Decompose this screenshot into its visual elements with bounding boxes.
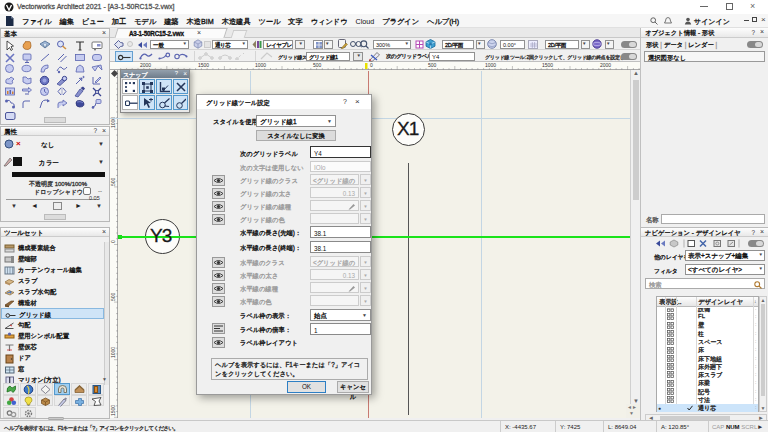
svg-text:2000: 2000 — [140, 62, 151, 68]
svg-text:0: 0 — [370, 62, 373, 68]
svg-text:1500: 1500 — [542, 62, 553, 68]
svg-text:1000: 1000 — [485, 62, 496, 68]
svg-text:500: 500 — [313, 62, 322, 68]
svg-text:500: 500 — [428, 62, 437, 68]
svg-text:1500: 1500 — [198, 62, 209, 68]
svg-text:1000: 1000 — [255, 62, 266, 68]
svg-text:2000: 2000 — [600, 62, 611, 68]
